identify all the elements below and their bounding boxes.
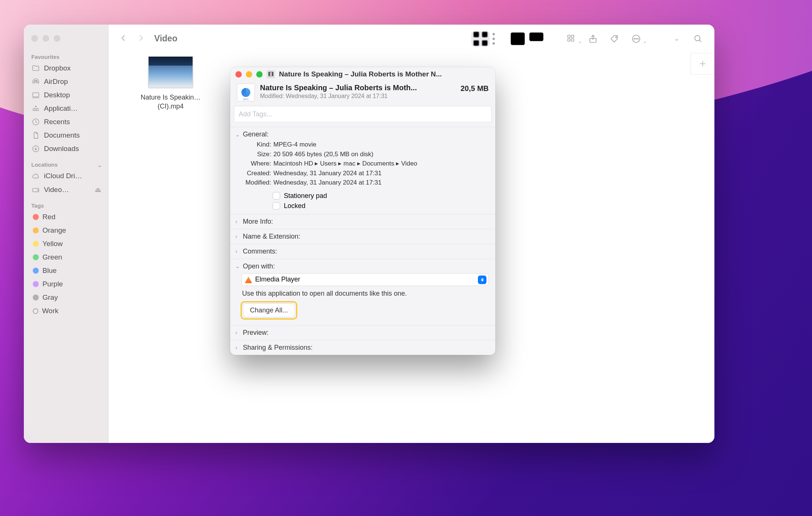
svg-rect-28 bbox=[568, 39, 570, 41]
sidebar-item-label: Work bbox=[42, 307, 58, 315]
file-kind-icon bbox=[237, 84, 255, 101]
sidebar-item-label: AirDrop bbox=[44, 78, 68, 86]
minimize-button[interactable] bbox=[246, 71, 252, 78]
sidebar-item-label: Red bbox=[42, 213, 55, 221]
tags-button[interactable] bbox=[606, 31, 623, 46]
sidebar-item-documents[interactable]: Documents bbox=[24, 129, 109, 142]
sidebar-item-label: Orange bbox=[42, 226, 66, 235]
eject-icon[interactable]: ⏏ bbox=[95, 185, 101, 194]
sidebar-item-icloud-dri-[interactable]: iCloud Dri… bbox=[24, 169, 109, 183]
sidebar-item-applicati-[interactable]: Applicati… bbox=[24, 102, 109, 115]
chevron-down-icon: ⌄ bbox=[235, 263, 241, 269]
svg-point-0 bbox=[35, 81, 37, 83]
get-info-panel: 🎞 Nature Is Speaking – Julia Roberts is … bbox=[230, 67, 495, 355]
sidebar-tag-work[interactable]: Work bbox=[24, 304, 109, 318]
sidebar-item-dropbox[interactable]: Dropbox bbox=[24, 62, 109, 75]
section-sharing-permissions[interactable]: ›Sharing & Permissions: bbox=[235, 344, 489, 352]
tag-dot-icon bbox=[33, 268, 39, 274]
sidebar-section-tags: Tags bbox=[24, 196, 109, 210]
forward-button[interactable] bbox=[135, 31, 148, 46]
sidebar-section-locations[interactable]: Locations ⌄ bbox=[24, 155, 109, 169]
chevron-right-icon: › bbox=[235, 248, 241, 254]
section-name-extension[interactable]: ›Name & Extension: bbox=[235, 233, 489, 240]
tags-input[interactable] bbox=[234, 106, 492, 122]
section-open-with-header[interactable]: ⌄Open with: bbox=[235, 262, 489, 270]
tag-dot-icon bbox=[33, 254, 39, 260]
info-modified: Modified: Wednesday, 31 January 2024 at … bbox=[260, 93, 455, 100]
icon-view-button[interactable] bbox=[471, 31, 490, 46]
kv-where: Macintosh HD ▸ Users ▸ mac ▸ Documents ▸… bbox=[273, 159, 489, 169]
sidebar-item-label: Documents bbox=[44, 131, 80, 139]
sidebar-item-label: iCloud Dri… bbox=[44, 172, 82, 180]
info-titlebar[interactable]: 🎞 Nature Is Speaking – Julia Roberts is … bbox=[230, 67, 495, 81]
file-name: Nature Is Speakin…(CI).mp4 bbox=[137, 93, 204, 111]
sidebar-tag-yellow[interactable]: Yellow bbox=[24, 237, 109, 251]
back-button[interactable] bbox=[117, 31, 130, 46]
section-more-info[interactable]: ›More Info: bbox=[235, 218, 489, 226]
sidebar-item-desktop[interactable]: Desktop bbox=[24, 88, 109, 102]
info-filename: Nature Is Speaking – Julia Roberts is Mo… bbox=[260, 84, 455, 92]
share-button[interactable] bbox=[585, 31, 601, 46]
locked-checkbox[interactable] bbox=[273, 202, 280, 210]
proxy-icon[interactable]: 🎞 bbox=[267, 70, 275, 78]
section-comments[interactable]: ›Comments: bbox=[235, 248, 489, 255]
change-all-button[interactable]: Change All... bbox=[243, 303, 295, 317]
sidebar-item-recents[interactable]: Recents bbox=[24, 115, 109, 129]
group-menu-button[interactable]: ⌄ bbox=[563, 31, 580, 46]
svg-point-13 bbox=[492, 33, 495, 35]
svg-rect-26 bbox=[568, 35, 570, 38]
video-thumbnail-icon bbox=[148, 56, 193, 88]
app-icon bbox=[245, 276, 252, 283]
sidebar-tag-gray[interactable]: Gray bbox=[24, 291, 109, 304]
svg-point-15 bbox=[492, 37, 495, 40]
file-item[interactable]: Nature Is Speakin…(CI).mp4 bbox=[137, 56, 204, 111]
sidebar-tag-orange[interactable]: Orange bbox=[24, 224, 109, 237]
sidebar-item-label: Applicati… bbox=[44, 104, 78, 113]
apps-icon bbox=[31, 104, 40, 113]
sidebar-item-label: Dropbox bbox=[44, 64, 71, 72]
kv-modified: Wednesday, 31 January 2024 at 17:31 bbox=[273, 178, 489, 188]
info-window-title: Nature Is Speaking – Julia Roberts is Mo… bbox=[279, 70, 442, 78]
sidebar-item-airdrop[interactable]: AirDrop bbox=[24, 75, 109, 88]
doc-icon bbox=[31, 131, 40, 139]
select-arrows-icon bbox=[478, 276, 486, 284]
sidebar-item-downloads[interactable]: Downloads bbox=[24, 142, 109, 155]
locked-label: Locked bbox=[284, 202, 305, 210]
open-with-select[interactable]: Elmedia Player bbox=[241, 273, 489, 286]
sidebar-section-favourites: Favourites bbox=[24, 48, 109, 62]
stationery-checkbox[interactable] bbox=[273, 192, 280, 199]
sidebar-tag-blue[interactable]: Blue bbox=[24, 264, 109, 277]
column-view-button[interactable] bbox=[508, 31, 527, 46]
section-general-header[interactable]: ⌄ General: bbox=[235, 130, 489, 138]
svg-rect-22 bbox=[529, 32, 543, 41]
list-view-button[interactable] bbox=[490, 31, 508, 46]
change-all-highlight: Change All... bbox=[241, 301, 297, 320]
cloud-icon bbox=[31, 172, 40, 180]
sidebar-item-label: Desktop bbox=[44, 91, 70, 99]
zoom-button[interactable] bbox=[54, 35, 60, 42]
sidebar-item-label: Video… bbox=[44, 186, 69, 194]
tag-dot-icon bbox=[33, 241, 39, 247]
info-filesize: 20,5 MB bbox=[460, 84, 489, 93]
tag-dot-icon bbox=[33, 227, 39, 233]
chevron-right-icon: › bbox=[235, 330, 241, 336]
search-button[interactable] bbox=[690, 31, 706, 46]
sidebar-tag-green[interactable]: Green bbox=[24, 251, 109, 264]
tag-dot-icon bbox=[33, 214, 39, 220]
sidebar-tag-purple[interactable]: Purple bbox=[24, 277, 109, 291]
sidebar-item-video-[interactable]: Video…⏏ bbox=[24, 183, 109, 196]
section-preview[interactable]: ›Preview: bbox=[235, 329, 489, 337]
chevron-down-icon: ⌄ bbox=[643, 39, 647, 44]
sidebar-item-label: Green bbox=[42, 253, 62, 261]
zoom-button[interactable] bbox=[256, 71, 263, 78]
close-button[interactable] bbox=[235, 71, 242, 78]
toolbar-menu-button[interactable]: ⌄ bbox=[668, 31, 685, 46]
close-button[interactable] bbox=[31, 35, 38, 42]
open-with-app-name: Elmedia Player bbox=[255, 276, 300, 283]
sidebar-tag-red[interactable]: Red bbox=[24, 210, 109, 224]
kv-created: Wednesday, 31 January 2024 at 17:31 bbox=[273, 169, 489, 178]
sidebar-item-label: Blue bbox=[42, 267, 57, 275]
minimize-button[interactable] bbox=[42, 35, 49, 42]
gallery-view-button[interactable] bbox=[527, 31, 546, 46]
action-menu-button[interactable]: ⌄ bbox=[628, 31, 644, 46]
